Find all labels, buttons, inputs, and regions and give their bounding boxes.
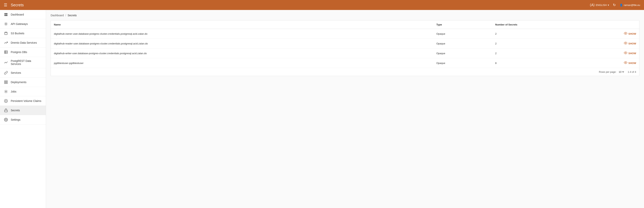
sidebar-item-settings[interactable]: Settings xyxy=(0,115,46,125)
dremio-icon xyxy=(4,41,8,45)
cell-num-secrets-1: 2 xyxy=(492,39,551,48)
svg-point-4 xyxy=(6,23,6,24)
cell-name-1: digitalhub-reader-user.database-postgres… xyxy=(51,39,433,48)
table-row: digitalhub-writer-user.database-postgres… xyxy=(51,48,639,58)
table-row: digitalhub-reader-user.database-postgres… xyxy=(51,39,639,48)
pvc-icon xyxy=(4,99,8,103)
secrets-table: Name Type Number of Secrets digitalhub-o… xyxy=(51,20,639,68)
show-button-3[interactable]: SHOW xyxy=(554,61,636,65)
table-header-row: Name Type Number of Secrets xyxy=(51,20,639,29)
cell-name-0: digitalhub-owner-user.database-postgres-… xyxy=(51,29,433,39)
cell-name-3: pgdbtestuser-pgdbtestuser xyxy=(51,58,433,68)
sidebar-item-api-gateways[interactable]: API Gateways xyxy=(0,19,46,29)
sidebar-label-settings: Settings xyxy=(11,118,20,121)
sidebar-item-dashboard[interactable]: Dashboard xyxy=(0,10,46,19)
svg-rect-5 xyxy=(4,33,7,35)
user-menu[interactable]: 👤 raman@fbk.eu xyxy=(620,4,640,6)
svg-rect-3 xyxy=(6,15,8,16)
sidebar-item-jobs[interactable]: Jobs xyxy=(0,87,46,96)
svg-rect-12 xyxy=(4,83,6,84)
svg-point-14 xyxy=(6,91,6,92)
eye-icon-0 xyxy=(624,32,627,36)
svg-point-15 xyxy=(4,99,8,103)
language-selector[interactable]: ⟨A⟩ ENGLISH ▾ xyxy=(590,3,609,7)
show-label-3: SHOW xyxy=(628,62,636,64)
show-button-2[interactable]: SHOW xyxy=(554,51,636,55)
sidebar-item-dremio[interactable]: Dremio Data Services xyxy=(0,38,46,47)
secrets-table-container: Name Type Number of Secrets digitalhub-o… xyxy=(51,20,640,76)
cell-action-3: SHOW xyxy=(551,58,639,68)
column-header-name: Name xyxy=(51,20,433,29)
user-icon: 👤 xyxy=(620,4,623,6)
cell-action-0: SHOW xyxy=(551,29,639,39)
app-title: Secrets xyxy=(11,3,590,7)
sidebar-label-postgrest: PostgREST Data Services xyxy=(11,59,42,65)
sidebar-item-pvc[interactable]: Persistent Volume Claims xyxy=(0,96,46,106)
sidebar-item-deployments[interactable]: Deployments xyxy=(0,78,46,87)
breadcrumb: Dashboard / Secrets xyxy=(51,14,640,17)
show-label-0: SHOW xyxy=(628,32,636,35)
menu-icon[interactable]: ☰ xyxy=(4,3,7,7)
show-button-1[interactable]: SHOW xyxy=(554,41,636,46)
show-label-1: SHOW xyxy=(628,42,636,45)
sidebar-item-postgres-dbs[interactable]: Postgres DBs xyxy=(0,47,46,57)
table-row: pgdbtestuser-pgdbtestuser Opaque 8 SHOW xyxy=(51,58,639,68)
rows-per-page-select[interactable]: 10 25 50 xyxy=(618,70,625,74)
sidebar-item-services[interactable]: Services xyxy=(0,68,46,78)
sidebar-item-postgrest[interactable]: PostgREST Data Services xyxy=(0,57,46,68)
sidebar-label-deployments: Deployments xyxy=(11,81,26,84)
svg-rect-13 xyxy=(6,83,8,84)
sidebar-label-services: Services xyxy=(11,71,21,74)
eye-icon-2 xyxy=(624,51,627,55)
chevron-down-icon: ▾ xyxy=(608,4,609,6)
sidebar-label-jobs: Jobs xyxy=(11,90,16,93)
cell-name-2: digitalhub-writer-user.database-postgres… xyxy=(51,48,433,58)
sidebar-label-dremio: Dremio Data Services xyxy=(11,41,37,44)
translate-icon: ⟨A⟩ xyxy=(590,3,595,7)
settings-icon xyxy=(4,118,8,122)
secrets-icon xyxy=(4,108,8,112)
show-label-2: SHOW xyxy=(628,52,636,55)
sidebar: Dashboard API Gateways S3 Buckets Dremio… xyxy=(0,10,46,208)
rows-per-page-label: Rows per page: xyxy=(599,70,616,73)
sidebar-item-s3-buckets[interactable]: S3 Buckets xyxy=(0,29,46,38)
cell-type-1: Opaque xyxy=(433,39,492,48)
svg-rect-2 xyxy=(4,15,6,16)
column-header-action xyxy=(551,20,639,29)
svg-point-20 xyxy=(625,43,626,44)
sidebar-label-postgres-dbs: Postgres DBs xyxy=(11,50,27,54)
sidebar-item-secrets[interactable]: Secrets xyxy=(0,106,46,115)
s3-buckets-icon xyxy=(4,31,8,35)
user-email: raman@fbk.eu xyxy=(624,4,640,6)
svg-rect-10 xyxy=(4,81,6,82)
dashboard-icon xyxy=(4,12,8,17)
breadcrumb-current: Secrets xyxy=(68,14,76,17)
rows-per-page-control: Rows per page: 10 25 50 xyxy=(599,70,625,74)
services-icon xyxy=(4,71,8,75)
cell-action-1: SHOW xyxy=(551,39,639,48)
column-header-type: Type xyxy=(433,20,492,29)
cell-num-secrets-2: 2 xyxy=(492,48,551,58)
svg-rect-0 xyxy=(4,13,6,14)
sidebar-label-pvc: Persistent Volume Claims xyxy=(11,99,42,102)
cell-type-2: Opaque xyxy=(433,48,492,58)
svg-rect-1 xyxy=(6,13,8,14)
breadcrumb-parent[interactable]: Dashboard xyxy=(51,14,64,17)
svg-point-18 xyxy=(6,119,6,120)
svg-rect-6 xyxy=(4,51,8,54)
pagination: Rows per page: 10 25 50 1-4 of 4 xyxy=(51,68,639,76)
sidebar-label-dashboard: Dashboard xyxy=(11,13,24,16)
jobs-icon xyxy=(4,89,8,94)
eye-icon-3 xyxy=(624,61,627,65)
sidebar-label-secrets: Secrets xyxy=(11,109,20,112)
sidebar-label-s3-buckets: S3 Buckets xyxy=(11,32,24,35)
svg-point-21 xyxy=(625,52,626,53)
sidebar-label-api-gateways: API Gateways xyxy=(11,22,28,25)
postgres-icon xyxy=(4,50,8,54)
topbar: ☰ Secrets ⟨A⟩ ENGLISH ▾ ↻ 👤 raman@fbk.eu xyxy=(0,0,644,10)
breadcrumb-separator: / xyxy=(66,14,66,17)
deployments-icon xyxy=(4,80,8,84)
show-button-0[interactable]: SHOW xyxy=(554,32,636,36)
page-info: 1-4 of 4 xyxy=(628,70,636,73)
refresh-icon[interactable]: ↻ xyxy=(613,3,616,7)
